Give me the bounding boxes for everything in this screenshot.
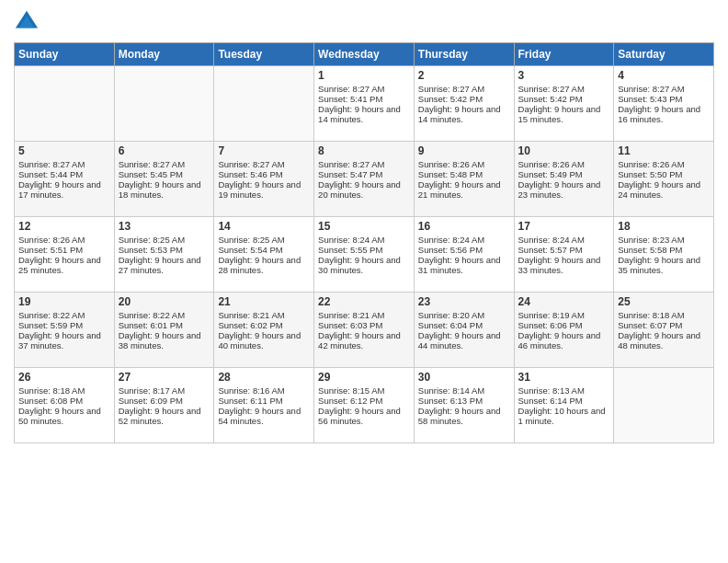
calendar-cell: 1Sunrise: 8:27 AMSunset: 5:41 PMDaylight… <box>314 66 415 142</box>
calendar-cell: 30Sunrise: 8:14 AMSunset: 6:13 PMDayligh… <box>414 368 514 443</box>
calendar-cell: 8Sunrise: 8:27 AMSunset: 5:47 PMDaylight… <box>314 142 415 217</box>
day-number: 30 <box>418 371 510 384</box>
day-number: 6 <box>119 144 210 157</box>
sunset-text: Sunset: 5:59 PM <box>18 320 110 330</box>
sunset-text: Sunset: 5:46 PM <box>218 169 310 179</box>
calendar-cell <box>614 368 714 443</box>
calendar-table: SundayMondayTuesdayWednesdayThursdayFrid… <box>14 42 714 443</box>
day-number: 11 <box>618 144 710 157</box>
calendar-cell: 6Sunrise: 8:27 AMSunset: 5:45 PMDaylight… <box>114 142 214 217</box>
sunset-text: Sunset: 5:49 PM <box>518 169 610 179</box>
sunrise-text: Sunrise: 8:15 AM <box>318 385 410 396</box>
sunset-text: Sunset: 5:41 PM <box>318 94 410 104</box>
sunrise-text: Sunrise: 8:27 AM <box>18 159 110 169</box>
calendar-cell: 21Sunrise: 8:21 AMSunset: 6:02 PMDayligh… <box>214 293 314 368</box>
calendar-cell: 7Sunrise: 8:27 AMSunset: 5:46 PMDaylight… <box>214 142 314 217</box>
sunrise-text: Sunrise: 8:18 AM <box>18 385 110 396</box>
daylight-text: Daylight: 9 hours and 16 minutes. <box>618 104 710 124</box>
calendar-cell: 29Sunrise: 8:15 AMSunset: 6:12 PMDayligh… <box>314 368 415 443</box>
calendar-cell: 3Sunrise: 8:27 AMSunset: 5:42 PMDaylight… <box>514 66 614 142</box>
sunrise-text: Sunrise: 8:26 AM <box>618 159 710 169</box>
day-number: 14 <box>218 220 310 233</box>
calendar-cell: 23Sunrise: 8:20 AMSunset: 6:04 PMDayligh… <box>414 293 514 368</box>
daylight-text: Daylight: 9 hours and 14 minutes. <box>318 104 410 124</box>
logo-icon <box>14 9 40 35</box>
daylight-text: Daylight: 9 hours and 46 minutes. <box>518 330 610 350</box>
sunrise-text: Sunrise: 8:25 AM <box>218 235 310 245</box>
header <box>14 9 714 35</box>
day-number: 24 <box>518 295 610 308</box>
daylight-text: Daylight: 9 hours and 37 minutes. <box>18 330 110 350</box>
sunset-text: Sunset: 6:08 PM <box>18 396 110 406</box>
sunrise-text: Sunrise: 8:26 AM <box>18 235 110 245</box>
daylight-text: Daylight: 9 hours and 38 minutes. <box>119 330 210 350</box>
sunset-text: Sunset: 5:48 PM <box>418 169 510 179</box>
daylight-text: Daylight: 9 hours and 54 minutes. <box>218 406 310 426</box>
calendar-cell: 10Sunrise: 8:26 AMSunset: 5:49 PMDayligh… <box>514 142 614 217</box>
daylight-text: Daylight: 9 hours and 14 minutes. <box>418 104 510 124</box>
calendar-cell <box>15 66 115 142</box>
daylight-text: Daylight: 9 hours and 18 minutes. <box>119 179 210 200</box>
sunset-text: Sunset: 5:53 PM <box>119 245 210 255</box>
day-number: 26 <box>18 371 110 384</box>
sunrise-text: Sunrise: 8:18 AM <box>618 310 710 320</box>
calendar-cell: 22Sunrise: 8:21 AMSunset: 6:03 PMDayligh… <box>314 293 415 368</box>
calendar-cell: 17Sunrise: 8:24 AMSunset: 5:57 PMDayligh… <box>514 217 614 293</box>
day-number: 9 <box>418 144 510 157</box>
calendar-week-row: 1Sunrise: 8:27 AMSunset: 5:41 PMDaylight… <box>15 66 714 142</box>
calendar-cell: 28Sunrise: 8:16 AMSunset: 6:11 PMDayligh… <box>214 368 314 443</box>
calendar-cell: 25Sunrise: 8:18 AMSunset: 6:07 PMDayligh… <box>614 293 714 368</box>
sunset-text: Sunset: 6:11 PM <box>218 396 310 406</box>
daylight-text: Daylight: 9 hours and 23 minutes. <box>518 179 610 200</box>
weekday-header-thursday: Thursday <box>414 43 514 66</box>
daylight-text: Daylight: 9 hours and 48 minutes. <box>618 330 710 350</box>
sunset-text: Sunset: 6:13 PM <box>418 396 510 406</box>
day-number: 23 <box>418 295 510 308</box>
weekday-header-wednesday: Wednesday <box>314 43 415 66</box>
day-number: 4 <box>618 69 710 82</box>
day-number: 25 <box>618 295 710 308</box>
calendar-cell: 13Sunrise: 8:25 AMSunset: 5:53 PMDayligh… <box>114 217 214 293</box>
day-number: 29 <box>318 371 410 384</box>
sunset-text: Sunset: 6:03 PM <box>318 320 410 330</box>
daylight-text: Daylight: 9 hours and 33 minutes. <box>518 255 610 275</box>
sunset-text: Sunset: 5:50 PM <box>618 169 710 179</box>
daylight-text: Daylight: 9 hours and 56 minutes. <box>318 406 410 426</box>
day-number: 7 <box>218 144 310 157</box>
sunrise-text: Sunrise: 8:27 AM <box>518 84 610 94</box>
calendar-cell: 15Sunrise: 8:24 AMSunset: 5:55 PMDayligh… <box>314 217 415 293</box>
calendar-week-row: 19Sunrise: 8:22 AMSunset: 5:59 PMDayligh… <box>15 293 714 368</box>
day-number: 1 <box>318 69 410 82</box>
sunrise-text: Sunrise: 8:17 AM <box>119 385 210 396</box>
daylight-text: Daylight: 9 hours and 21 minutes. <box>418 179 510 200</box>
page: SundayMondayTuesdayWednesdayThursdayFrid… <box>0 0 728 563</box>
day-number: 15 <box>318 220 410 233</box>
day-number: 3 <box>518 69 610 82</box>
weekday-header-friday: Friday <box>514 43 614 66</box>
sunrise-text: Sunrise: 8:25 AM <box>119 235 210 245</box>
sunset-text: Sunset: 5:42 PM <box>518 94 610 104</box>
day-number: 28 <box>218 371 310 384</box>
daylight-text: Daylight: 9 hours and 27 minutes. <box>119 255 210 275</box>
day-number: 5 <box>18 144 110 157</box>
daylight-text: Daylight: 9 hours and 24 minutes. <box>618 179 710 200</box>
sunset-text: Sunset: 5:55 PM <box>318 245 410 255</box>
sunrise-text: Sunrise: 8:27 AM <box>318 159 410 169</box>
calendar-cell: 18Sunrise: 8:23 AMSunset: 5:58 PMDayligh… <box>614 217 714 293</box>
calendar-week-row: 26Sunrise: 8:18 AMSunset: 6:08 PMDayligh… <box>15 368 714 443</box>
daylight-text: Daylight: 9 hours and 44 minutes. <box>418 330 510 350</box>
sunset-text: Sunset: 6:12 PM <box>318 396 410 406</box>
sunset-text: Sunset: 6:06 PM <box>518 320 610 330</box>
sunrise-text: Sunrise: 8:27 AM <box>618 84 710 94</box>
calendar-cell <box>214 66 314 142</box>
sunrise-text: Sunrise: 8:22 AM <box>119 310 210 320</box>
sunset-text: Sunset: 5:56 PM <box>418 245 510 255</box>
daylight-text: Daylight: 9 hours and 28 minutes. <box>218 255 310 275</box>
sunrise-text: Sunrise: 8:19 AM <box>518 310 610 320</box>
sunrise-text: Sunrise: 8:24 AM <box>318 235 410 245</box>
sunset-text: Sunset: 5:42 PM <box>418 94 510 104</box>
sunrise-text: Sunrise: 8:20 AM <box>418 310 510 320</box>
calendar-cell: 24Sunrise: 8:19 AMSunset: 6:06 PMDayligh… <box>514 293 614 368</box>
day-number: 10 <box>518 144 610 157</box>
weekday-header-monday: Monday <box>114 43 214 66</box>
